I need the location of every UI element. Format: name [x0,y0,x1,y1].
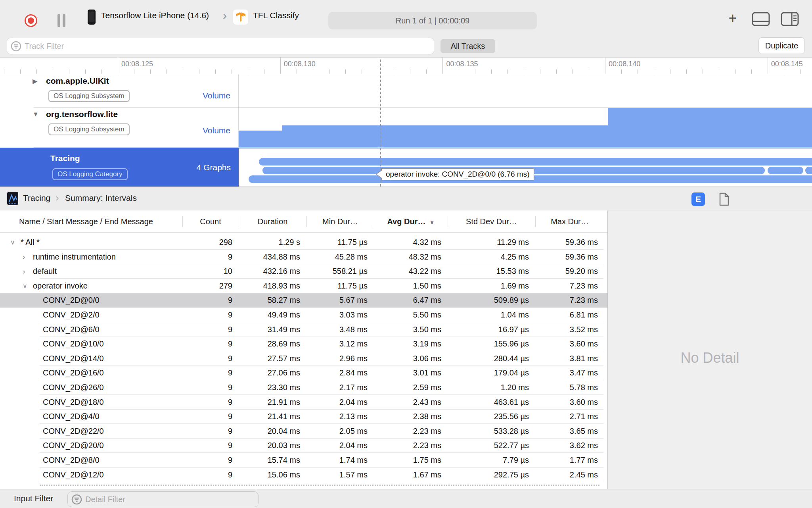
track-row-tensorflow-lite[interactable]: ▼ org.tensorflow.lite OS Logging Subsyst… [0,108,812,148]
row-avg: 5.50 ms [374,308,448,322]
table-row[interactable]: CONV_2D@20/0920.03 ms2.04 ms2.23 ms522.7… [0,438,607,453]
row-min: 2.04 ms [306,438,374,453]
row-max: 59.36 ms [535,250,604,264]
table-row[interactable]: CONV_2D@14/0927.57 ms2.96 ms3.06 ms280.4… [0,351,607,366]
row-disclosure-collapsed-icon[interactable]: › [23,252,33,261]
playhead-line[interactable] [380,60,381,187]
table-row[interactable]: CONV_2D@8/0915.74 ms1.74 ms1.75 ms7.79 µ… [0,453,607,468]
column-header-min-dur[interactable]: Min Dur… [306,210,374,233]
row-std: 292.75 µs [448,468,535,482]
document-inspector-icon[interactable] [718,192,730,208]
track-filter-bar: All Tracks Duplicate [0,31,812,58]
row-min: 3.03 ms [306,308,374,322]
row-duration: 20.03 ms [239,438,306,453]
row-duration: 434.88 ms [239,250,306,264]
tensorflow-app-icon [233,10,248,25]
row-name: CONV_2D@20/0 [43,441,104,450]
pause-button[interactable] [57,14,67,27]
row-count: 9 [182,453,239,468]
row-max: 3.52 ms [535,322,604,337]
table-row[interactable]: CONV_2D@2/0949.49 ms3.03 ms5.50 ms1.04 m… [0,308,607,322]
row-std: 155.96 µs [448,337,535,351]
row-avg: 3.19 ms [374,337,448,351]
track-graph-label: 4 Graphs [197,163,231,172]
column-header-max-dur[interactable]: Max Dur… [535,210,604,233]
table-row[interactable]: CONV_2D@22/0920.04 ms2.05 ms2.23 ms533.2… [0,424,607,439]
detail-filter-field[interactable] [67,491,259,507]
breadcrumb-chevron-icon: › [223,9,227,22]
all-tracks-button[interactable]: All Tracks [440,39,495,53]
track-type-badge: OS Logging Subsystem [48,123,130,135]
row-name: CONV_2D@22/0 [43,427,104,436]
toggle-bottom-pane-button[interactable] [752,12,770,28]
interval-bar[interactable] [805,167,812,174]
row-max: 2.71 ms [535,409,604,424]
table-row[interactable]: ›default10432.16 ms558.21 µs43.22 ms15.5… [0,264,607,279]
table-row[interactable]: ∨* All *2981.29 s11.75 µs4.32 ms11.29 ms… [0,235,607,250]
extended-detail-badge[interactable]: E [691,192,705,206]
table-row[interactable]: CONV_2D@6/0931.49 ms3.48 ms3.50 ms16.97 … [0,322,607,337]
row-disclosure-expanded-icon[interactable]: ∨ [23,282,33,290]
interval-bar[interactable] [768,167,803,174]
table-row[interactable]: CONV_2D@26/0923.30 ms2.17 ms2.59 ms1.20 … [0,380,607,395]
track-filter-input[interactable] [25,42,413,51]
device-target-selector[interactable]: Tensorflow Lite iPhone (14.6) [101,11,209,20]
row-std: 235.56 µs [448,409,535,424]
table-row[interactable]: ∨operator invoke279418.93 ms11.75 µs1.50… [0,279,607,293]
column-header-count[interactable]: Count [182,210,239,233]
row-name: CONV_2D@16/0 [43,368,104,377]
row-avg: 2.59 ms [374,380,448,395]
volume-graph-segment [608,108,812,148]
row-disclosure-collapsed-icon[interactable]: › [23,267,33,276]
track-label-tensorflow-lite[interactable]: ▼ org.tensorflow.lite OS Logging Subsyst… [0,108,239,148]
row-name: * All * [21,238,40,247]
row-duration: 27.57 ms [239,351,306,366]
table-row[interactable]: CONV_2D@18/0921.91 ms2.04 ms2.43 ms463.6… [0,395,607,410]
row-std: 11.29 ms [448,235,535,250]
input-filter-label[interactable]: Input Filter [14,494,53,503]
record-button[interactable] [25,14,37,27]
row-max: 59.36 ms [535,235,604,250]
table-row[interactable]: ›runtime instrumentation9434.88 ms45.28 … [0,250,607,264]
add-instrument-button[interactable]: + [726,12,740,26]
table-row[interactable]: CONV_2D@10/0928.69 ms3.12 ms3.19 ms155.9… [0,337,607,351]
row-duration: 15.74 ms [239,453,306,468]
detail-filter-input[interactable] [85,495,236,504]
row-count: 9 [182,366,239,380]
table-row[interactable]: CONV_2D@16/0927.06 ms2.84 ms3.01 ms179.0… [0,366,607,380]
column-header-duration[interactable]: Duration [239,210,306,233]
track-row-tracing-selected[interactable]: Tracing OS Logging Category 4 Graphs [0,148,812,187]
table-row[interactable]: CONV_2D@12/0915.06 ms1.57 ms1.67 ms292.7… [0,468,607,482]
row-duration: 31.49 ms [239,322,306,337]
disclosure-collapsed-icon[interactable]: ▶ [33,77,37,85]
row-duration: 23.30 ms [239,380,306,395]
row-disclosure-expanded-icon[interactable]: ∨ [10,239,21,246]
row-duration: 20.04 ms [239,424,306,439]
row-name: CONV_2D@2/0 [43,310,100,319]
row-std: 15.53 ms [448,264,535,279]
tracing-graph-lane[interactable] [239,148,812,187]
breadcrumb-instrument[interactable]: Tracing [23,193,50,203]
target-process-selector[interactable]: TFL Classify [253,11,299,20]
table-row[interactable]: CONV_2D@4/0921.41 ms2.13 ms2.38 ms235.56… [0,409,607,424]
interval-bar[interactable] [259,158,812,165]
table-row-selected[interactable]: CONV_2D@0/0958.27 ms5.67 ms6.47 ms509.89… [0,293,607,308]
time-ruler[interactable]: 00:08.12500:08.13000:08.13500:08.14000:0… [0,58,812,74]
row-min: 45.28 ms [306,250,374,264]
column-header-name[interactable]: Name / Start Message / End Message [0,210,182,233]
track-filter-field[interactable] [7,38,434,54]
duplicate-button[interactable]: Duplicate [758,37,805,54]
ruler-time-label: 00:08.130 [284,60,316,68]
breadcrumb-summary-intervals[interactable]: Summary: Intervals [65,193,137,203]
toggle-right-pane-button[interactable] [781,12,799,28]
track-label-uikit[interactable]: ▶ com.apple.UIKit OS Logging Subsystem V… [0,74,239,108]
track-label-tracing[interactable]: Tracing OS Logging Category 4 Graphs [0,148,239,187]
column-header-std-dev-dur[interactable]: Std Dev Dur… [448,210,535,233]
column-header-avg-dur-sorted[interactable]: Avg Dur…∨ [374,210,448,233]
disclosure-expanded-icon[interactable]: ▼ [33,111,39,118]
row-count: 10 [182,264,239,279]
run-status: Run 1 of 1 | 00:00:09 [328,12,537,29]
row-max: 3.60 ms [535,337,604,351]
row-min: 3.48 ms [306,322,374,337]
track-row-uikit[interactable]: ▶ com.apple.UIKit OS Logging Subsystem V… [0,74,812,108]
